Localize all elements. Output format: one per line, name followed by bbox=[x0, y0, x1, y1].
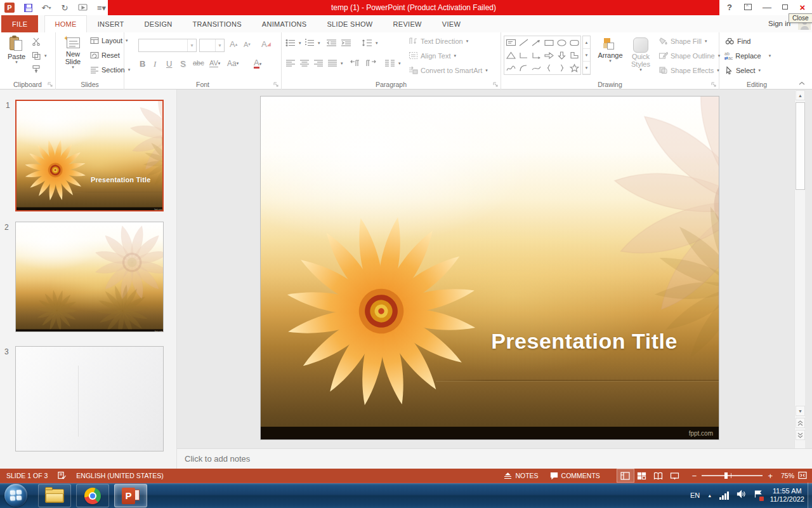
new-slide-button[interactable]: ✦ New Slide▾ bbox=[60, 36, 86, 69]
zoom-slider[interactable] bbox=[702, 475, 763, 476]
minimize-button[interactable]: — bbox=[759, 0, 775, 14]
slide-thumbnail-3[interactable] bbox=[15, 346, 164, 451]
zoom-percentage[interactable]: 75% bbox=[773, 472, 794, 479]
customize-qat-icon[interactable]: ≡▾ bbox=[96, 2, 107, 13]
shape-oval-icon[interactable] bbox=[555, 36, 568, 49]
paragraph-dialog-launcher[interactable] bbox=[493, 82, 499, 88]
taskbar-file-explorer[interactable] bbox=[38, 484, 71, 507]
columns-button[interactable]: ▾ bbox=[384, 59, 401, 67]
quick-styles-button[interactable]: Quick Styles▾ bbox=[627, 37, 655, 72]
spell-check-icon[interactable] bbox=[58, 471, 66, 481]
shape-down-arrow-icon[interactable] bbox=[555, 49, 568, 62]
convert-to-smartart-button[interactable]: Convert to SmartArt▾ bbox=[409, 66, 488, 74]
zoom-slider-thumb[interactable] bbox=[724, 472, 728, 479]
shapes-scroll-down-icon[interactable]: ▼ bbox=[583, 49, 590, 62]
copy-button[interactable]: ▾ bbox=[32, 51, 47, 60]
font-name-combobox[interactable]: ▾ bbox=[138, 39, 197, 52]
notes-placeholder[interactable]: Click to add notes bbox=[185, 454, 250, 464]
slide-editor[interactable]: Presentation Title fppt.com bbox=[260, 96, 719, 440]
notes-toggle[interactable]: NOTES bbox=[498, 469, 544, 483]
slide-sorter-view-button[interactable] bbox=[634, 469, 650, 482]
tab-review[interactable]: REVIEW bbox=[384, 15, 431, 32]
language-tray-indicator[interactable]: EN bbox=[690, 491, 700, 499]
scroll-down-icon[interactable]: ▼ bbox=[796, 406, 805, 416]
slide-title-text[interactable]: Presentation Title bbox=[457, 329, 711, 354]
vertical-scrollbar[interactable]: ▲ ▼ bbox=[794, 90, 805, 448]
fit-slide-to-window-icon[interactable] bbox=[798, 471, 807, 481]
restore-button[interactable] bbox=[776, 0, 793, 14]
show-desktop-button[interactable] bbox=[808, 483, 812, 508]
clipboard-dialog-launcher[interactable] bbox=[48, 82, 53, 88]
align-center-button[interactable] bbox=[299, 59, 310, 67]
reading-view-button[interactable] bbox=[650, 469, 667, 482]
underline-button[interactable]: U bbox=[166, 59, 172, 69]
shape-effects-button[interactable]: Shape Effects▾ bbox=[658, 66, 719, 74]
shape-outline-button[interactable]: Shape Outline▾ bbox=[658, 51, 720, 60]
bold-button[interactable]: B bbox=[140, 59, 145, 69]
start-button[interactable] bbox=[4, 484, 27, 507]
tab-view[interactable]: VIEW bbox=[433, 15, 470, 32]
collapse-ribbon-button[interactable] bbox=[798, 81, 806, 86]
tray-clock[interactable]: 11:55 AM 11/12/2022 bbox=[770, 487, 804, 504]
slide-thumbnail-2[interactable]: fppt.com bbox=[15, 222, 164, 332]
notes-pane[interactable]: Click to add notes bbox=[177, 448, 812, 469]
previous-slide-icon[interactable] bbox=[796, 418, 805, 428]
font-dialog-launcher[interactable] bbox=[273, 82, 279, 88]
shape-arrow-icon[interactable] bbox=[530, 36, 542, 49]
normal-view-button[interactable] bbox=[617, 469, 634, 482]
format-painter-button[interactable] bbox=[32, 65, 41, 73]
taskbar-powerpoint[interactable]: P bbox=[114, 484, 147, 507]
bullets-button[interactable]: ▾ bbox=[285, 39, 301, 47]
tab-home[interactable]: HOME bbox=[44, 15, 86, 32]
shape-arc-icon[interactable] bbox=[517, 62, 530, 74]
tab-transitions[interactable]: TRANSITIONS bbox=[183, 15, 251, 32]
comments-toggle[interactable]: COMMENTS bbox=[544, 469, 606, 483]
shape-elbow-connector-icon[interactable] bbox=[517, 49, 530, 62]
justify-button[interactable]: ▾ bbox=[327, 59, 343, 67]
line-spacing-button[interactable]: ▾ bbox=[362, 39, 378, 47]
strikethrough-button[interactable]: abc bbox=[193, 59, 204, 67]
arrange-button[interactable]: Arrange▾ bbox=[595, 37, 625, 63]
cut-button[interactable] bbox=[32, 37, 41, 46]
language-indicator[interactable]: ENGLISH (UNITED STATES) bbox=[76, 472, 163, 479]
tab-insert[interactable]: INSERT bbox=[88, 15, 134, 32]
zoom-out-icon[interactable]: − bbox=[692, 471, 697, 481]
tab-design[interactable]: DESIGN bbox=[135, 15, 182, 32]
shape-triangle-icon[interactable] bbox=[504, 49, 517, 62]
tab-animations[interactable]: ANIMATIONS bbox=[252, 15, 317, 32]
decrease-indent-button[interactable] bbox=[326, 39, 337, 47]
save-icon[interactable] bbox=[22, 2, 34, 13]
shape-corner-icon[interactable] bbox=[568, 49, 580, 62]
drawing-dialog-launcher[interactable] bbox=[711, 82, 717, 88]
change-case-button[interactable]: Aa▾ bbox=[227, 59, 239, 68]
shapes-more-icon[interactable]: ▼ bbox=[583, 62, 590, 74]
select-button[interactable]: Select▾ bbox=[724, 66, 761, 74]
shape-elbow-arrow-connector-icon[interactable] bbox=[530, 49, 542, 62]
layout-button[interactable]: Layout▾ bbox=[90, 37, 128, 44]
network-icon[interactable] bbox=[719, 491, 729, 500]
shape-curve-icon[interactable] bbox=[530, 62, 542, 74]
paste-button[interactable]: Paste▾ bbox=[5, 36, 28, 64]
undo-icon[interactable]: ↶▾ bbox=[41, 2, 52, 13]
shape-rounded-rectangle-icon[interactable] bbox=[568, 36, 580, 49]
find-button[interactable]: Find bbox=[724, 37, 750, 45]
numbering-button[interactable]: ▾ bbox=[304, 39, 320, 47]
shape-scribble-icon[interactable] bbox=[504, 62, 517, 74]
redo-icon[interactable]: ↻ bbox=[59, 2, 70, 13]
start-from-beginning-icon[interactable] bbox=[77, 2, 89, 13]
shape-right-arrow-icon[interactable] bbox=[542, 49, 555, 62]
increase-indent-button[interactable] bbox=[341, 39, 351, 47]
shapes-gallery-scroll[interactable]: ▲▼▼ bbox=[582, 36, 591, 75]
scroll-up-icon[interactable]: ▲ bbox=[796, 90, 805, 100]
slide-thumbnail-1[interactable]: Presentation Title fppt.com bbox=[15, 100, 164, 211]
grow-font-button[interactable]: A▴ bbox=[230, 39, 237, 49]
shape-left-brace-icon[interactable] bbox=[542, 62, 555, 74]
tab-slide-show[interactable]: SLIDE SHOW bbox=[317, 15, 382, 32]
font-size-combobox[interactable]: ▾ bbox=[199, 39, 225, 52]
ribbon-display-options-button[interactable] bbox=[740, 0, 756, 14]
reset-button[interactable]: Reset bbox=[90, 51, 120, 59]
shrink-font-button[interactable]: A▾ bbox=[244, 41, 251, 48]
align-right-button[interactable] bbox=[313, 59, 324, 67]
text-direction-button[interactable]: Text Direction▾ bbox=[409, 37, 468, 45]
text-shadow-button[interactable]: S bbox=[180, 59, 186, 69]
